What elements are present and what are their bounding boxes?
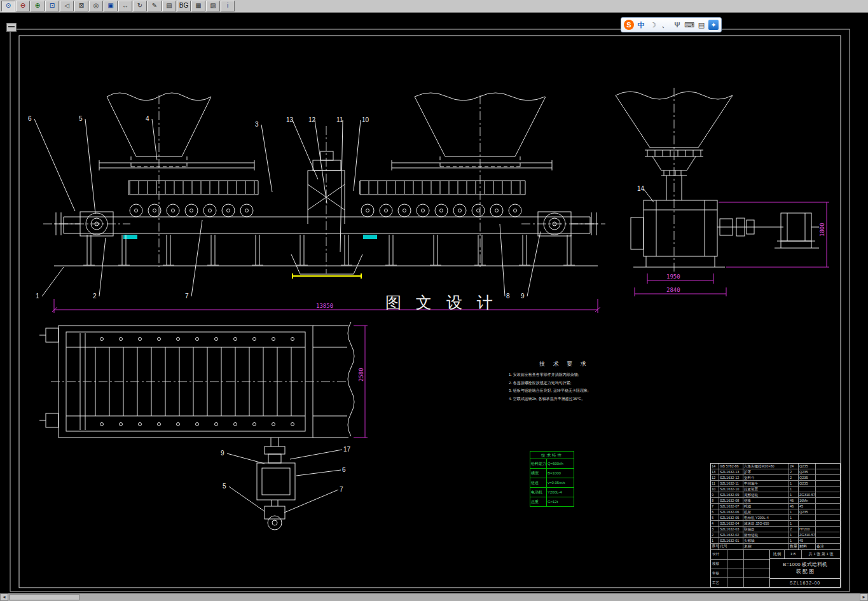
parts-cell: 46 <box>789 504 799 509</box>
parts-list-header: 序号代号名称数量材料备注 <box>711 544 840 550</box>
side-view <box>616 88 819 273</box>
parts-header-cell: 名称 <box>743 544 789 549</box>
parts-cell: 中间漏斗 <box>743 481 789 486</box>
zoom-out-button[interactable]: ⊖ <box>16 1 30 11</box>
parts-cell: 1 <box>789 521 799 526</box>
parts-cell <box>816 509 840 515</box>
parts-cell: 2 <box>789 475 799 480</box>
redraw-button[interactable]: ↻ <box>133 1 147 11</box>
parts-row: 2SZL1632-02驱动链轮1ZG310-570 <box>711 532 840 538</box>
parts-cell: 托辊 <box>743 504 789 509</box>
sogou-logo-icon[interactable]: S <box>624 20 634 30</box>
zoom-extents-button[interactable]: ▣ <box>104 1 118 11</box>
chinese-mode-icon[interactable]: 中 <box>636 20 646 30</box>
parts-cell: Q235 <box>799 475 816 480</box>
dim-plan-width: 2580 <box>358 368 364 382</box>
zoom-window-button[interactable]: ⊡ <box>45 1 59 11</box>
dim-front-length: 13850 <box>316 303 333 309</box>
parts-row: 4SZL1632-04减速器 JZQ-6501 <box>711 521 840 527</box>
parts-cell: 驱动链轮 <box>743 532 789 537</box>
spec-label: 槽宽 <box>530 469 547 478</box>
keyboard-icon[interactable]: ⌨ <box>684 20 694 30</box>
tech-requirements-block: 技 术 要 求 1. 安装前应检查各零部件并清除内部杂物;2. 各连接螺栓应按规… <box>509 360 620 403</box>
drawing-window-menu-icon[interactable] <box>6 23 17 32</box>
parts-cell <box>816 504 840 509</box>
signature-date <box>744 578 769 587</box>
bg-button[interactable]: BG <box>177 1 191 11</box>
parts-cell: SZL1632-04 <box>719 521 743 526</box>
zoom-realtime-button[interactable]: ⊙ <box>1 1 15 11</box>
toolbox-wrench-icon[interactable]: ✦ <box>708 20 719 30</box>
pencil-tool-button[interactable]: ✎ <box>148 1 162 11</box>
parts-cell: SZL1632-07 <box>719 504 743 509</box>
scroll-left-arrow-icon[interactable]: ◂ <box>0 593 8 601</box>
title-block: 14GB 5782-86六角头螺栓M20×8024Q23513SZL1632-1… <box>710 463 841 588</box>
scroll-track[interactable] <box>8 593 860 601</box>
hatch-button[interactable]: ▧ <box>206 1 220 11</box>
info-button[interactable]: i <box>221 1 235 11</box>
halfwidth-moon-icon[interactable]: ☽ <box>648 20 658 30</box>
balloon-label: 7 <box>340 486 343 493</box>
signature-date <box>744 560 769 569</box>
balloon-label: 6 <box>28 115 32 122</box>
punctuation-icon[interactable]: 、 <box>660 20 670 30</box>
zoom-scale-button[interactable]: ⊠ <box>74 1 88 11</box>
parts-cell: 尾部链轮 <box>743 492 789 497</box>
tech-requirement-line: 1. 安装前应检查各零部件并清除内部杂物; <box>509 371 620 379</box>
parts-cell <box>816 492 840 497</box>
parts-cell <box>816 515 840 520</box>
balloon-label: 13 <box>286 116 294 123</box>
parts-cell: 1 <box>711 538 719 543</box>
parts-cell <box>816 527 840 532</box>
table-tool-button[interactable]: ▤ <box>162 1 176 11</box>
balloon-label: 17 <box>343 446 351 453</box>
parts-cell: 1 <box>789 538 799 543</box>
parts-cell: SZL1632-02 <box>719 532 743 537</box>
layout-button[interactable]: ▦ <box>191 1 205 11</box>
parts-row: 9SZL1632-09尾部链轮1ZG310-570 <box>711 492 840 498</box>
parts-cell <box>816 538 840 543</box>
horizontal-scrollbar[interactable]: ◂ ▸ <box>0 593 868 601</box>
parts-cell: 45 <box>799 504 816 509</box>
parts-header-cell: 序号 <box>711 544 719 549</box>
ime-toolbar: S中☽、Ψ⌨▤✦ <box>621 17 722 32</box>
balloon-label: 8 <box>506 293 510 300</box>
pan-button[interactable]: ↔ <box>118 1 132 11</box>
parts-cell: ZG310-570 <box>799 492 816 497</box>
signature-name <box>727 550 744 559</box>
parts-cell: 头部轴 <box>743 538 789 543</box>
balloon-label: 12 <box>308 116 316 123</box>
parts-cell <box>816 464 840 469</box>
scroll-thumb[interactable] <box>10 594 79 600</box>
balloon-label: 5 <box>223 483 226 490</box>
parts-cell <box>816 487 840 492</box>
parts-cell: 9 <box>711 492 719 497</box>
zoom-previous-button[interactable]: ◁ <box>60 1 74 11</box>
parts-cell: 链板 <box>743 498 789 503</box>
parts-cell: Q235 <box>799 469 816 474</box>
tech-requirement-line: 2. 各连接螺栓应按规定力矩均匀拧紧; <box>509 379 620 387</box>
signature-date <box>744 550 769 559</box>
signature-grid: 设计校核审核工艺 <box>711 550 770 587</box>
parts-header-cell: 代号 <box>719 544 743 549</box>
drawing-title-line2: 装 配 图 <box>796 569 814 576</box>
zoom-in-button[interactable]: ⊕ <box>31 1 45 11</box>
parts-cell <box>799 521 816 526</box>
signature-row: 设计 <box>711 550 769 560</box>
parts-cell: 联轴器 <box>743 527 789 532</box>
parts-cell: SZL1632-05 <box>719 515 743 520</box>
scroll-right-arrow-icon[interactable]: ▸ <box>860 593 868 601</box>
parts-cell <box>799 487 816 492</box>
signature-label: 审核 <box>711 569 727 578</box>
parts-cell: 六角头螺栓M20×80 <box>743 464 789 469</box>
parts-cell: Q235 <box>799 481 816 486</box>
clipboard-icon[interactable]: ▤ <box>696 20 706 30</box>
mic-icon[interactable]: Ψ <box>672 20 682 30</box>
spec-value: Y200L-4 <box>547 488 574 497</box>
signature-date <box>744 569 769 578</box>
parts-cell: 46 <box>789 498 799 503</box>
spec-value: v=0.05m/s <box>547 478 574 487</box>
parts-cell: 6 <box>711 509 719 515</box>
zoom-center-button[interactable]: ◎ <box>89 1 103 11</box>
balloon-label: 6 <box>342 466 346 473</box>
